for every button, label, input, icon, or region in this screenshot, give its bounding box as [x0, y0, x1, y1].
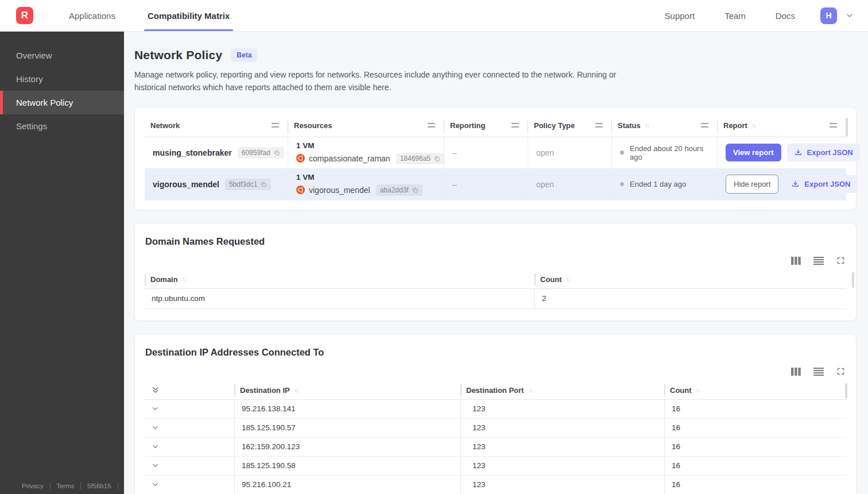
destination-ip-cell: 95.216.100.21 — [234, 476, 460, 494]
resource-id-badge[interactable]: 184696a5 — [396, 153, 444, 164]
sidebar-item[interactable]: History — [0, 67, 124, 91]
drag-handle-icon[interactable] — [428, 123, 435, 128]
sort-icon[interactable]: ↑↓ — [645, 122, 649, 129]
footer-link[interactable]: Terms — [56, 483, 74, 489]
destination-table-header: Destination IP ↑↓ Destination Port ↑↓ Co… — [145, 383, 846, 400]
copy-icon — [412, 187, 418, 194]
nav-tab[interactable]: Applications — [53, 0, 131, 31]
sidebar-footer: Privacy Terms 5f56b15 — [0, 483, 124, 489]
column-header[interactable]: Domain ↑↓ — [145, 272, 534, 289]
page-title: Network Policy — [134, 48, 222, 62]
expand-row-icon[interactable] — [145, 438, 234, 456]
status-cell: Ended 1 day ago — [612, 169, 718, 200]
list-icon[interactable] — [813, 367, 824, 376]
expand-row-icon[interactable] — [145, 400, 234, 418]
drag-handle-icon[interactable] — [701, 123, 708, 128]
domain-row[interactable]: ntp.ubuntu.com 2 — [145, 289, 846, 309]
columns-icon[interactable] — [791, 367, 801, 376]
column-header[interactable]: Count ↑↓ — [664, 383, 846, 400]
nav-link[interactable]: Team — [712, 11, 758, 21]
report-toggle-button[interactable]: View report — [726, 144, 781, 161]
network-row[interactable]: vigorous_mendel 5bdf3dc1 1 VM — [145, 169, 846, 200]
count-cell: 16 — [664, 419, 846, 437]
network-policy-card: Network Resources Reporting — [134, 107, 857, 210]
sort-icon[interactable]: ↑↓ — [528, 387, 532, 393]
destination-row: 95.216.100.21 123 16 — [145, 476, 846, 494]
drag-handle-icon[interactable] — [272, 123, 279, 128]
nav-link[interactable]: Support — [652, 11, 708, 21]
domain-table-header: Domain ↑↓ Count ↑↓ — [145, 272, 846, 289]
list-icon[interactable] — [813, 256, 824, 265]
footer-link[interactable]: 5f56b15 — [87, 483, 111, 489]
ubuntu-icon — [296, 186, 305, 194]
sort-icon[interactable]: ↑↓ — [294, 387, 298, 393]
sort-icon[interactable]: ↑↓ — [751, 122, 755, 129]
fullscreen-icon[interactable] — [836, 367, 845, 376]
resources-cell: 1 VM vigorous_mendel aba2dd — [288, 169, 444, 200]
expand-row-icon[interactable] — [145, 476, 234, 494]
destination-row: 185.125.190.58 123 16 — [145, 457, 846, 476]
network-cell: musing_stonebraker 60959fad — [145, 137, 288, 168]
network-id-badge[interactable]: 5bdf3dc1 — [225, 179, 271, 190]
chevron-down-icon[interactable] — [845, 11, 854, 20]
destination-row: 95.216.138.141 123 16 — [145, 400, 846, 419]
count-cell: 16 — [664, 438, 846, 456]
column-header[interactable]: Status ↑↓ — [612, 117, 718, 137]
report-cell: Hide report Export JSON — [718, 169, 846, 200]
destination-port-cell: 123 — [460, 476, 664, 494]
user-avatar[interactable]: H — [820, 7, 837, 24]
destination-ip-card: Destination IP Addresses Connected To De… — [134, 334, 857, 494]
scrollbar-thumb[interactable] — [846, 118, 848, 137]
network-row[interactable]: musing_stonebraker 60959fad 1 VM — [145, 137, 846, 169]
drag-handle-icon[interactable] — [595, 123, 603, 128]
count-cell: 16 — [664, 476, 846, 494]
status-dot-icon — [620, 182, 624, 186]
resources-cell: 1 VM compassionate_raman 18 — [288, 137, 444, 168]
destination-row: 162.159.200.123 123 16 — [145, 438, 846, 457]
card-title: Destination IP Addresses Connected To — [145, 347, 846, 358]
columns-icon[interactable] — [791, 256, 801, 265]
scrollbar-thumb[interactable] — [852, 272, 854, 288]
report-toggle-button[interactable]: Hide report — [726, 175, 778, 194]
nav-link[interactable]: Docs — [763, 11, 808, 21]
drag-handle-icon[interactable] — [830, 123, 837, 128]
footer-link[interactable]: Privacy — [22, 483, 44, 489]
copy-icon — [433, 155, 440, 162]
column-header[interactable]: Resources — [288, 117, 444, 137]
status-dot-icon — [620, 150, 624, 155]
column-header[interactable]: Destination Port ↑↓ — [460, 383, 664, 400]
count-cell: 16 — [664, 400, 846, 418]
column-header[interactable]: Network — [145, 117, 288, 137]
expand-row-icon[interactable] — [145, 419, 234, 437]
sidebar-item[interactable]: Network Policy — [0, 91, 124, 114]
beta-badge: Beta — [231, 48, 257, 62]
resource-id-badge[interactable]: aba2dd3f — [376, 184, 423, 196]
nav-tab[interactable]: Compatibility Matrix — [131, 0, 246, 31]
column-header[interactable]: Count ↑↓ — [534, 272, 846, 289]
column-header[interactable]: Policy Type — [528, 117, 612, 137]
status-cell: Ended about 20 hours ago — [612, 137, 718, 168]
scrollbar-thumb[interactable] — [845, 383, 847, 399]
ubuntu-icon — [296, 154, 305, 163]
column-header[interactable]: Report ↑↓ — [718, 117, 846, 137]
app-logo[interactable]: R — [16, 7, 33, 24]
count-cell: 2 — [534, 289, 846, 308]
destination-table: Destination IP ↑↓ Destination Port ↑↓ Co… — [145, 383, 846, 494]
sidebar-item[interactable]: Settings — [0, 114, 124, 138]
export-json-button[interactable]: Export JSON — [787, 144, 860, 161]
column-header[interactable]: Reporting — [444, 117, 528, 137]
sidebar-item[interactable]: Overview — [0, 44, 124, 67]
reporting-cell: – — [444, 169, 528, 200]
drag-handle-icon[interactable] — [512, 123, 519, 128]
export-json-button[interactable]: Export JSON — [784, 175, 857, 193]
expand-row-icon[interactable] — [145, 457, 234, 475]
sort-icon[interactable]: ↑↓ — [182, 276, 186, 283]
sort-icon[interactable]: ↑↓ — [696, 387, 700, 393]
network-table: Network Resources Reporting — [145, 117, 846, 200]
network-id-badge[interactable]: 60959fad — [238, 147, 284, 159]
expand-all-rows-icon[interactable] — [145, 383, 234, 400]
sort-icon[interactable]: ↑↓ — [566, 276, 570, 283]
destination-port-cell: 123 — [460, 438, 664, 456]
column-header[interactable]: Destination IP ↑↓ — [234, 383, 460, 400]
fullscreen-icon[interactable] — [836, 256, 845, 265]
